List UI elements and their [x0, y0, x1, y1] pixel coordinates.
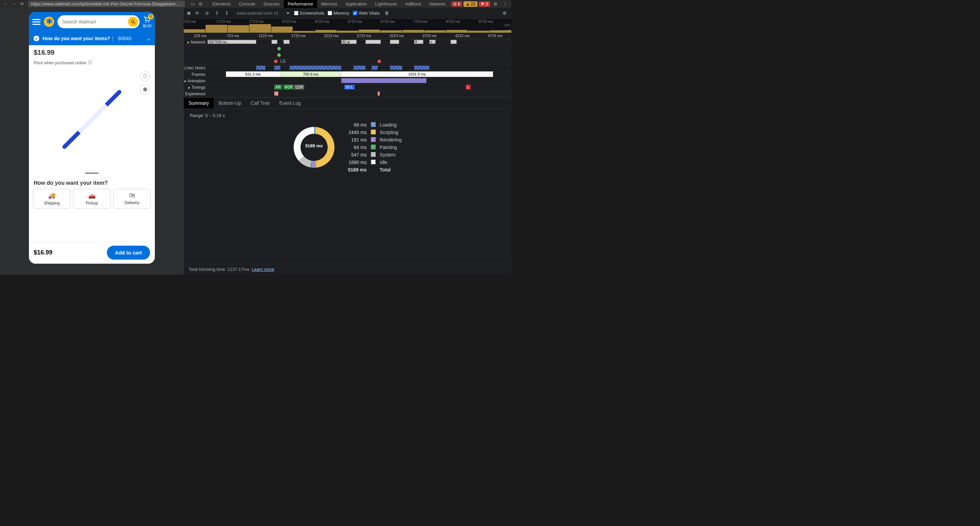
- frame[interactable]: 831.3 ms: [226, 72, 281, 77]
- back-button[interactable]: ←: [2, 2, 9, 6]
- timing-fcp[interactable]: FCP: [283, 85, 294, 89]
- inspect-icon[interactable]: ▭: [189, 2, 197, 6]
- web-vitals-checkbox[interactable]: Web Vitals: [353, 11, 380, 16]
- network-request[interactable]: [450, 40, 457, 44]
- learn-more-link[interactable]: Learn more: [252, 267, 274, 272]
- long-task[interactable]: [256, 66, 266, 70]
- experience-track-label[interactable]: Experience: [184, 92, 208, 96]
- zoom-button[interactable]: ⊕: [140, 84, 150, 94]
- tab-performance[interactable]: Performance: [284, 0, 317, 8]
- long-task[interactable]: [274, 66, 280, 70]
- issues-count-badge[interactable]: ⚑ 3: [479, 2, 490, 7]
- network-request[interactable]: [283, 40, 290, 44]
- tab-memory[interactable]: Memory: [317, 0, 341, 8]
- svg-point-2: [146, 21, 147, 22]
- truck-icon: 🚚: [35, 192, 69, 199]
- walmart-logo-icon[interactable]: [44, 17, 54, 27]
- target-select[interactable]: www.walmart.com #1: [234, 11, 282, 16]
- long-task[interactable]: [372, 66, 378, 70]
- tab-network[interactable]: Network: [425, 0, 450, 8]
- more-icon[interactable]: ⋮: [501, 2, 509, 6]
- url-bar[interactable]: https://www.walmart.com/ip/Invisible-Ink…: [28, 1, 185, 7]
- menu-icon[interactable]: [32, 18, 40, 26]
- flame-chart-area[interactable]: ▸ Network 5927583 (w… 82 gr ff s…: [184, 39, 511, 97]
- tab-adblock[interactable]: AdBlock: [401, 0, 425, 8]
- warning-count-badge[interactable]: ▲ 23: [463, 2, 477, 7]
- timing-fp[interactable]: FP: [274, 85, 282, 89]
- long-task[interactable]: [353, 66, 366, 70]
- donut-center-value: 5189 ms: [294, 143, 334, 148]
- web-vital-marker[interactable]: [277, 53, 281, 57]
- forward-button[interactable]: →: [11, 2, 18, 6]
- cart-button[interactable]: 0 $0.00: [143, 16, 151, 28]
- tab-bottom-up[interactable]: Bottom-Up: [214, 98, 246, 108]
- network-request[interactable]: [390, 40, 399, 44]
- screenshots-checkbox[interactable]: Screenshots: [294, 11, 324, 16]
- web-vital-marker[interactable]: [277, 47, 281, 50]
- reload-button[interactable]: ⟳: [19, 2, 25, 6]
- long-task[interactable]: [390, 66, 402, 70]
- settings-icon[interactable]: ⚙: [492, 2, 500, 6]
- svg-line-1: [134, 22, 135, 24]
- product-price: $16.99: [29, 45, 155, 60]
- error-count-badge[interactable]: ⊘ 6: [451, 2, 462, 7]
- device-preview: 0 $0.00 How do you want your items? | 60…: [0, 8, 184, 275]
- timeline-overview[interactable]: 723 ms1723 ms2723 ms3723 ms4723 ms5723 m…: [184, 19, 511, 33]
- option-shipping[interactable]: 🚚Shipping: [33, 189, 70, 208]
- target-dropdown-icon[interactable]: ▾: [285, 10, 291, 16]
- fulfillment-intent-bar[interactable]: How do you want your items? | 60640 ⌄: [29, 32, 155, 45]
- tab-sources[interactable]: Sources: [259, 0, 284, 8]
- tab-console[interactable]: Console: [235, 0, 259, 8]
- animation-span[interactable]: [341, 78, 426, 83]
- network-request[interactable]: s…: [430, 40, 436, 44]
- long-task[interactable]: [290, 66, 341, 70]
- search-input[interactable]: [62, 19, 128, 24]
- clear-button[interactable]: ⊘: [204, 10, 210, 16]
- blocking-time-footer: Total blocking time: 1137.17ms Learn mor…: [184, 264, 511, 275]
- experience-marker[interactable]: [378, 92, 380, 95]
- tab-event-log[interactable]: Event Log: [275, 98, 305, 108]
- network-request[interactable]: 82 gr: [341, 40, 356, 44]
- timeline-ruler[interactable]: 223 ms723 ms1223 ms1723 ms2223 ms2723 ms…: [184, 33, 511, 39]
- reload-record-button[interactable]: ⟳: [194, 10, 200, 16]
- tab-lighthouse[interactable]: Lighthouse: [371, 0, 401, 8]
- tab-call-tree[interactable]: Call Tree: [246, 98, 275, 108]
- network-track-label[interactable]: ▸ Network: [184, 40, 208, 44]
- add-to-cart-button[interactable]: Add to cart: [107, 246, 150, 260]
- chevron-down-icon[interactable]: ⌄: [147, 36, 151, 41]
- swatch-painting: [371, 145, 375, 149]
- frame[interactable]: 765.8 ms: [280, 72, 341, 77]
- network-request[interactable]: [272, 40, 278, 44]
- frame[interactable]: 1031.9 ms: [341, 72, 493, 77]
- info-icon[interactable]: ⓘ: [88, 60, 92, 66]
- search-button[interactable]: [128, 17, 138, 27]
- timings-track-label[interactable]: ▸ Timings: [184, 85, 208, 90]
- load-profile-button[interactable]: ↥: [214, 10, 220, 16]
- layout-shift-marker[interactable]: [377, 59, 382, 64]
- tab-summary[interactable]: Summary: [184, 98, 214, 108]
- experience-marker[interactable]: [274, 92, 278, 95]
- animation-track-label[interactable]: ▸ Animation: [184, 79, 208, 83]
- device-icon[interactable]: ⧉: [197, 2, 204, 7]
- record-button[interactable]: [187, 11, 191, 15]
- long-task[interactable]: [414, 66, 430, 70]
- timing-lcp[interactable]: LCP: [294, 85, 304, 89]
- save-profile-button[interactable]: ↧: [224, 10, 230, 16]
- timing-dcl[interactable]: DCL: [344, 85, 355, 89]
- option-pickup[interactable]: 🚗Pickup: [73, 189, 111, 208]
- location-icon: [33, 35, 40, 42]
- tab-elements[interactable]: Elements: [208, 0, 235, 8]
- timing-load[interactable]: L: [466, 85, 471, 89]
- network-request[interactable]: [366, 40, 381, 44]
- favorite-button[interactable]: ♡: [140, 71, 150, 81]
- delete-icon[interactable]: 🗑: [383, 10, 390, 16]
- zip-code: 60640: [118, 36, 131, 41]
- network-request[interactable]: ff: [414, 40, 423, 44]
- network-request[interactable]: 5927583 (w…: [208, 40, 256, 44]
- memory-checkbox[interactable]: Memory: [328, 11, 350, 16]
- layout-shift-marker[interactable]: [274, 59, 278, 64]
- tab-application[interactable]: Application: [341, 0, 371, 8]
- perf-settings-icon[interactable]: ⚙: [501, 10, 508, 16]
- option-delivery[interactable]: 🛍Delivery: [113, 189, 151, 208]
- frames-track-label[interactable]: Frames: [184, 72, 208, 77]
